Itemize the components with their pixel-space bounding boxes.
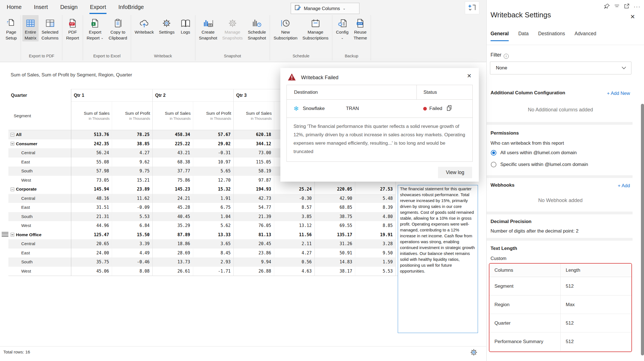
- value-cell[interactable]: 18.86: [152, 239, 193, 249]
- panel-tab-general[interactable]: General: [491, 31, 509, 41]
- value-cell[interactable]: 225.22: [152, 139, 193, 149]
- panel-tab-advanced[interactable]: Advanced: [574, 31, 596, 41]
- value-cell[interactable]: 1.04: [193, 212, 233, 221]
- value-cell[interactable]: 6.75: [193, 203, 233, 212]
- value-cell[interactable]: -0.09: [112, 203, 152, 212]
- value-cell[interactable]: 194.93: [233, 185, 274, 194]
- ribbon-tab-design[interactable]: Design: [60, 2, 78, 14]
- value-cell[interactable]: 28.69: [152, 249, 193, 258]
- value-cell[interactable]: 26.61: [152, 267, 193, 276]
- value-cell[interactable]: 55.08: [71, 158, 112, 167]
- value-cell[interactable]: 11.56: [274, 230, 314, 240]
- value-cell[interactable]: 115.05: [233, 158, 274, 167]
- value-cell[interactable]: 9.50: [355, 249, 396, 258]
- row-header-cell[interactable]: South: [8, 257, 71, 267]
- value-cell[interactable]: 21.31: [71, 212, 112, 221]
- ribbon-button-settings[interactable]: Settings: [157, 15, 177, 36]
- value-cell[interactable]: 24.21: [152, 194, 193, 203]
- row-header-cell[interactable]: Central: [8, 194, 71, 203]
- value-cell[interactable]: 73.05: [71, 176, 112, 185]
- value-cell[interactable]: 37.77: [152, 167, 193, 176]
- row-header-cell[interactable]: East: [8, 249, 71, 258]
- value-cell[interactable]: 19.91: [355, 230, 396, 240]
- text-length-value[interactable]: 512: [560, 277, 631, 295]
- value-cell[interactable]: 15.32: [193, 185, 233, 194]
- value-cell[interactable]: -1.71: [193, 267, 233, 276]
- row-header-cell[interactable]: South: [8, 167, 71, 176]
- value-cell[interactable]: 24.00: [71, 249, 112, 258]
- expand-icon[interactable]: [624, 3, 629, 10]
- value-cell[interactable]: 29.02: [193, 139, 233, 149]
- value-cell[interactable]: 12.70: [193, 176, 233, 185]
- value-cell[interactable]: 13.33: [193, 230, 233, 240]
- row-header-cell[interactable]: West: [8, 267, 71, 276]
- value-cell[interactable]: 135.17: [314, 230, 355, 240]
- value-cell[interactable]: 68.38: [152, 158, 193, 167]
- value-cell[interactable]: 38.75: [314, 212, 355, 221]
- info-icon[interactable]: i: [504, 54, 509, 59]
- quarter-header[interactable]: Qtr 1: [71, 89, 152, 102]
- value-cell[interactable]: 11.62: [112, 194, 152, 203]
- value-cell[interactable]: 344.12: [233, 139, 274, 149]
- value-cell[interactable]: 9.62: [112, 158, 152, 167]
- value-cell[interactable]: 4.63: [274, 267, 314, 276]
- manage-columns-button[interactable]: Manage Columns ⌄: [291, 3, 359, 14]
- ribbon-button-schedule-snapshot[interactable]: ScheduleSnapshot: [245, 15, 268, 41]
- ribbon-button-manage-subscriptions[interactable]: ManageSubscriptions: [300, 15, 331, 41]
- value-cell[interactable]: 8.39: [355, 203, 396, 212]
- value-cell[interactable]: 4.27: [274, 249, 314, 258]
- value-cell[interactable]: 35.75: [71, 257, 112, 267]
- ribbon-button-export-report[interactable]: XExportReport⌄: [84, 15, 106, 41]
- measure-header[interactable]: Sum of Salesin Thousands: [152, 102, 193, 130]
- collapse-icon[interactable]: [11, 133, 14, 137]
- value-cell[interactable]: 57.67: [193, 130, 233, 139]
- quarter-header[interactable]: Qtr 2: [152, 89, 233, 102]
- measure-header[interactable]: Sum of Profitin Thousands: [193, 102, 233, 130]
- row-drag-handle-icon[interactable]: [2, 232, 8, 238]
- value-cell[interactable]: 15.21: [112, 176, 152, 185]
- value-cell[interactable]: 57.98: [71, 167, 112, 176]
- add-new-link[interactable]: + Add New: [607, 91, 630, 96]
- value-cell[interactable]: 513.76: [71, 130, 112, 139]
- text-length-value[interactable]: 512: [560, 314, 631, 332]
- value-cell[interactable]: 9.75: [112, 167, 152, 176]
- radio-selected-icon[interactable]: [491, 150, 496, 156]
- add-comment-button[interactable]: [465, 1, 479, 14]
- value-cell[interactable]: 44.96: [71, 221, 112, 230]
- row-header-cell[interactable]: Central: [8, 239, 71, 249]
- row-header-cell[interactable]: East: [8, 158, 71, 167]
- ribbon-button-logs[interactable]: Logs: [177, 15, 194, 36]
- ribbon-tab-export[interactable]: Export: [89, 2, 107, 14]
- close-icon[interactable]: ✕: [630, 13, 635, 20]
- view-log-button[interactable]: View log: [438, 167, 472, 178]
- value-cell[interactable]: 5.53: [355, 267, 396, 276]
- value-cell[interactable]: 4.80: [355, 212, 396, 221]
- row-header-cell[interactable]: West: [8, 176, 71, 185]
- value-cell[interactable]: 8.08: [112, 267, 152, 276]
- panel-scrollbar[interactable]: [641, 104, 644, 355]
- value-cell[interactable]: 220.05: [314, 185, 355, 194]
- ribbon-tab-home[interactable]: Home: [6, 2, 22, 14]
- ribbon-button-reuse-theme[interactable]: JSONReuseTheme: [351, 15, 369, 41]
- row-header-cell[interactable]: Home Office: [8, 230, 71, 240]
- ribbon-button-config[interactable]: Config⌄: [334, 15, 351, 41]
- value-cell[interactable]: 31.26: [314, 239, 355, 249]
- value-cell[interactable]: 50.91: [314, 249, 355, 258]
- value-cell[interactable]: 97.87: [233, 176, 274, 185]
- value-cell[interactable]: 4.27: [112, 148, 152, 158]
- value-cell[interactable]: 3.39: [112, 239, 152, 249]
- row-header-cell[interactable]: Central: [8, 148, 71, 158]
- value-cell[interactable]: 14.83: [314, 257, 355, 267]
- panel-tab-data[interactable]: Data: [518, 31, 529, 41]
- value-cell[interactable]: 145.94: [71, 185, 112, 194]
- collapse-icon[interactable]: [11, 142, 14, 146]
- value-cell[interactable]: -0.31: [193, 148, 233, 158]
- value-cell[interactable]: 5.48: [355, 194, 396, 203]
- value-cell[interactable]: 4.49: [112, 249, 152, 258]
- value-cell[interactable]: 21.39: [233, 212, 274, 221]
- value-cell[interactable]: 87.89: [152, 230, 193, 240]
- measure-header[interactable]: Sum of Salesin Thousands: [233, 102, 274, 130]
- more-options-icon[interactable]: ···: [634, 4, 641, 10]
- pin-icon[interactable]: [604, 3, 610, 10]
- value-cell[interactable]: 1.59: [355, 257, 396, 267]
